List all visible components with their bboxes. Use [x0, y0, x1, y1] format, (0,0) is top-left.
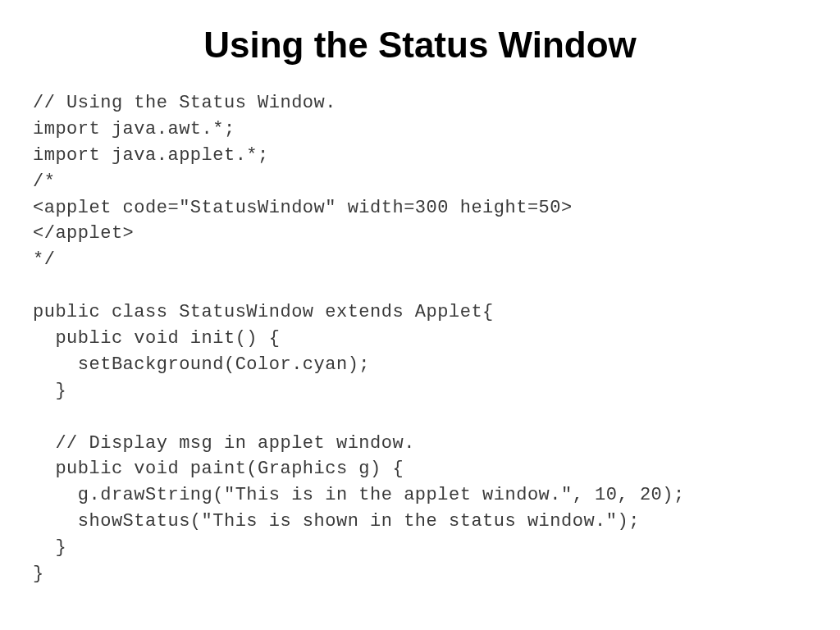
slide-container: Using the Status Window // Using the Sta… — [0, 0, 840, 630]
slide-title: Using the Status Window — [33, 25, 807, 66]
code-block: // Using the Status Window. import java.… — [33, 90, 807, 587]
